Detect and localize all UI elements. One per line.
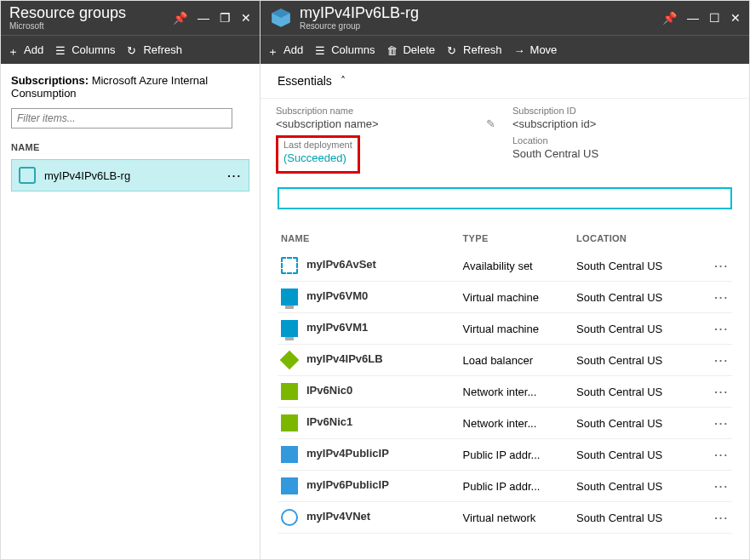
resource-name: myIPv6PublicIP bbox=[306, 478, 389, 491]
resource-type: Public IP addr... bbox=[460, 439, 574, 471]
resource-name: myIPv6AvSet bbox=[306, 258, 376, 271]
table-row[interactable]: myIPv4VNetVirtual networkSouth Central U… bbox=[278, 502, 732, 534]
resource-type: Load balancer bbox=[460, 345, 574, 376]
add-button[interactable]: ＋Add bbox=[267, 43, 303, 56]
nic-icon bbox=[281, 383, 298, 400]
columns-button[interactable]: ☰Columns bbox=[315, 43, 375, 56]
resource-location: South Central US bbox=[573, 282, 687, 313]
close-icon[interactable]: ✕ bbox=[730, 11, 741, 25]
resource-type: Virtual machine bbox=[460, 313, 574, 345]
vnet-icon bbox=[281, 509, 298, 526]
table-row[interactable]: myIPv4IPv6LBLoad balancerSouth Central U… bbox=[278, 345, 732, 376]
subscription-name-label: Subscription name bbox=[276, 106, 495, 116]
left-toolbar: ＋Add ☰Columns ↻Refresh bbox=[1, 35, 260, 64]
add-button[interactable]: ＋Add bbox=[8, 43, 43, 56]
context-menu-button[interactable]: ··· bbox=[687, 282, 732, 313]
right-toolbar: ＋Add ☰Columns 🗑Delete ↻Refresh →Move bbox=[260, 35, 749, 64]
resource-location: South Central US bbox=[573, 408, 687, 439]
context-menu-button[interactable]: ··· bbox=[687, 439, 732, 471]
location-label: Location bbox=[512, 135, 732, 146]
table-row[interactable]: myIPv6AvSetAvailability setSouth Central… bbox=[278, 250, 732, 282]
resource-name: myIPv4VNet bbox=[306, 510, 370, 523]
restore-icon[interactable]: ❐ bbox=[220, 11, 231, 25]
col-type[interactable]: TYPE bbox=[460, 226, 574, 250]
context-menu-button[interactable]: ··· bbox=[687, 313, 732, 345]
right-subtitle: Resource group bbox=[300, 21, 419, 31]
refresh-button[interactable]: ↻Refresh bbox=[127, 43, 182, 56]
resources-table: NAME TYPE LOCATION myIPv6AvSetAvailabili… bbox=[278, 226, 732, 534]
edit-icon[interactable]: ✎ bbox=[486, 117, 495, 130]
columns-button[interactable]: ☰Columns bbox=[55, 43, 115, 56]
minimize-icon[interactable]: — bbox=[687, 11, 699, 25]
resource-group-icon bbox=[19, 167, 36, 184]
resource-location: South Central US bbox=[573, 313, 687, 345]
context-menu-button[interactable]: ··· bbox=[687, 471, 732, 502]
resource-name: myIPv4IPv6LB bbox=[306, 352, 383, 365]
resource-group-item[interactable]: myIPv4IPv6LB-rg ··· bbox=[11, 159, 249, 191]
pin-icon[interactable]: 📌 bbox=[662, 11, 677, 25]
pip-icon bbox=[281, 446, 298, 463]
resource-location: South Central US bbox=[573, 471, 687, 502]
table-row[interactable]: IPv6Nic0Network inter...South Central US… bbox=[278, 376, 732, 408]
maximize-icon[interactable]: ☐ bbox=[709, 11, 720, 25]
essentials-section: Subscription name <subscription name> ✎ … bbox=[260, 99, 749, 184]
pin-icon[interactable]: 📌 bbox=[173, 11, 187, 25]
last-deployment-value[interactable]: (Succeeded) bbox=[283, 151, 352, 164]
subscription-id-value[interactable]: <subscription id> bbox=[512, 117, 732, 130]
resource-groups-panel: Resource groups Microsoft 📌 — ❐ ✕ ＋Add ☰… bbox=[1, 1, 260, 559]
subscription-id-label: Subscription ID bbox=[512, 106, 732, 116]
pip-icon bbox=[281, 477, 298, 494]
table-row[interactable]: IPv6Nic1Network inter...South Central US… bbox=[278, 408, 732, 439]
name-column-header[interactable]: NAME bbox=[11, 142, 249, 152]
move-button[interactable]: →Move bbox=[514, 43, 558, 56]
resource-type: Availability set bbox=[460, 250, 574, 282]
resource-type: Virtual machine bbox=[460, 282, 574, 313]
table-row[interactable]: myIPv4PublicIPPublic IP addr...South Cen… bbox=[278, 439, 732, 471]
resource-location: South Central US bbox=[573, 502, 687, 534]
context-menu-button[interactable]: ··· bbox=[687, 502, 732, 534]
resource-name: myIPv6VM0 bbox=[306, 289, 368, 302]
left-title: Resource groups bbox=[9, 5, 126, 22]
resource-location: South Central US bbox=[573, 345, 687, 376]
table-row[interactable]: myIPv6PublicIPPublic IP addr...South Cen… bbox=[278, 471, 732, 502]
vm-icon bbox=[281, 289, 298, 306]
col-location[interactable]: LOCATION bbox=[573, 226, 687, 250]
resource-type: Public IP addr... bbox=[460, 471, 574, 502]
resource-group-name: myIPv4IPv6LB-rg bbox=[44, 169, 130, 182]
resource-filter-input[interactable] bbox=[278, 187, 732, 209]
chevron-up-icon: ˄ bbox=[341, 75, 346, 87]
table-row[interactable]: myIPv6VM0Virtual machineSouth Central US… bbox=[278, 282, 732, 313]
context-menu-button[interactable]: ··· bbox=[227, 169, 242, 182]
context-menu-button[interactable]: ··· bbox=[687, 376, 732, 408]
context-menu-button[interactable]: ··· bbox=[687, 250, 732, 282]
subscriptions-filter[interactable]: Subscriptions: Microsoft Azure Internal … bbox=[11, 74, 249, 100]
resource-name: IPv6Nic1 bbox=[306, 415, 352, 428]
vm-icon bbox=[281, 320, 298, 337]
delete-button[interactable]: 🗑Delete bbox=[386, 43, 435, 56]
resource-name: myIPv4PublicIP bbox=[306, 447, 389, 460]
resource-group-detail-panel: myIPv4IPv6LB-rg Resource group 📌 — ☐ ✕ ＋… bbox=[260, 1, 749, 559]
context-menu-button[interactable]: ··· bbox=[687, 345, 732, 376]
left-subtitle: Microsoft bbox=[9, 21, 126, 31]
context-menu-button[interactable]: ··· bbox=[687, 408, 732, 439]
close-icon[interactable]: ✕ bbox=[241, 11, 251, 25]
resource-type: Network inter... bbox=[460, 408, 574, 439]
resource-group-blade-icon bbox=[269, 6, 293, 30]
last-deployment-highlight: Last deployment (Succeeded) bbox=[276, 135, 360, 174]
resource-location: South Central US bbox=[573, 376, 687, 408]
col-name[interactable]: NAME bbox=[278, 226, 460, 250]
availset-icon bbox=[281, 257, 298, 274]
essentials-toggle[interactable]: Essentials ˄ bbox=[260, 64, 749, 99]
location-value: South Central US bbox=[512, 147, 732, 160]
right-titlebar: myIPv4IPv6LB-rg Resource group 📌 — ☐ ✕ bbox=[260, 1, 749, 35]
refresh-button[interactable]: ↻Refresh bbox=[447, 43, 502, 56]
left-titlebar: Resource groups Microsoft 📌 — ❐ ✕ bbox=[1, 1, 260, 35]
table-row[interactable]: myIPv6VM1Virtual machineSouth Central US… bbox=[278, 313, 732, 345]
minimize-icon[interactable]: — bbox=[198, 11, 209, 25]
filter-input[interactable] bbox=[11, 108, 232, 129]
lb-icon bbox=[280, 351, 300, 370]
last-deployment-label: Last deployment bbox=[283, 140, 352, 150]
resource-name: myIPv6VM1 bbox=[306, 321, 368, 334]
resource-type: Network inter... bbox=[460, 376, 574, 408]
subscription-name-value[interactable]: <subscription name> bbox=[276, 117, 379, 130]
